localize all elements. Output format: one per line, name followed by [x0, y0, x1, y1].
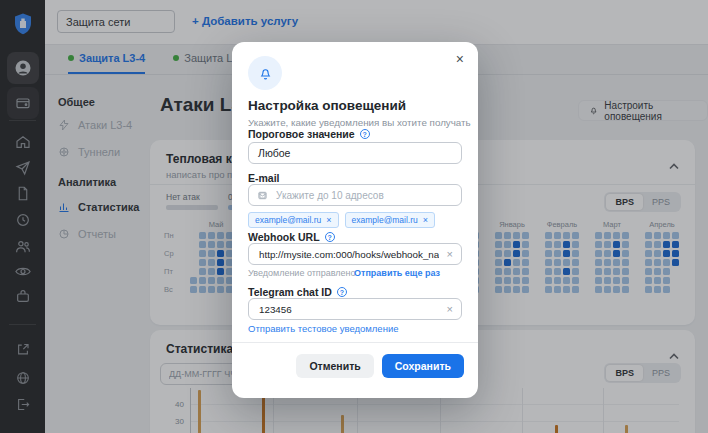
- email-chip-text: example@mail.ru: [352, 215, 418, 225]
- modal-title: Настройка оповещений: [248, 98, 406, 113]
- app-screen: Защита сети + Добавить услугу Защита L3-…: [0, 0, 708, 433]
- help-question-icon[interactable]: ?: [325, 232, 335, 242]
- email-input[interactable]: [274, 189, 453, 202]
- modal-subtitle: Укажите, какие уведомления вы хотите пол…: [248, 117, 471, 128]
- close-icon[interactable]: ×: [456, 52, 464, 66]
- threshold-label: Пороговое значение ?: [248, 128, 370, 140]
- webhook-sent-status: Уведомление отправлено: [248, 268, 356, 278]
- webhook-label: Webhook URL ?: [248, 231, 335, 243]
- save-button[interactable]: Сохранить: [382, 354, 464, 378]
- webhook-input-wrap: ×: [248, 243, 462, 265]
- chip-remove-icon[interactable]: ×: [326, 215, 331, 225]
- send-test-notification-link[interactable]: Отправить тестовое уведомление: [248, 323, 398, 334]
- help-question-icon[interactable]: ?: [337, 287, 347, 297]
- alerts-settings-modal: × Настройка оповещений Укажите, какие ув…: [232, 42, 478, 398]
- email-tag-icon: [257, 190, 268, 201]
- resend-link[interactable]: Отправить еще раз: [354, 268, 440, 278]
- clear-input-icon[interactable]: ×: [447, 249, 453, 260]
- threshold-select-value: Любое: [258, 147, 290, 159]
- email-chip[interactable]: example@mail.ru×: [345, 212, 436, 228]
- email-chip[interactable]: example@mail.ru×: [248, 212, 339, 228]
- telegram-input-wrap: ×: [248, 298, 462, 320]
- email-chip-list: example@mail.ru×example@mail.ru×: [248, 212, 435, 228]
- threshold-select[interactable]: Любое: [248, 142, 462, 164]
- clear-input-icon[interactable]: ×: [447, 304, 453, 315]
- telegram-chat-id-input[interactable]: [257, 303, 441, 316]
- email-label: E-mail: [248, 172, 280, 184]
- email-chip-text: example@mail.ru: [255, 215, 321, 225]
- modal-footer-divider: [232, 342, 478, 343]
- webhook-url-input[interactable]: [257, 248, 441, 261]
- telegram-label: Telegram chat ID ?: [248, 286, 347, 298]
- modal-bell-badge: [248, 56, 282, 90]
- bell-icon: [258, 66, 273, 81]
- email-input-wrap: [248, 184, 462, 206]
- modal-actions: Отменить Сохранить: [296, 354, 464, 378]
- chip-remove-icon[interactable]: ×: [423, 215, 428, 225]
- cancel-button[interactable]: Отменить: [296, 354, 373, 378]
- help-question-icon[interactable]: ?: [360, 129, 370, 139]
